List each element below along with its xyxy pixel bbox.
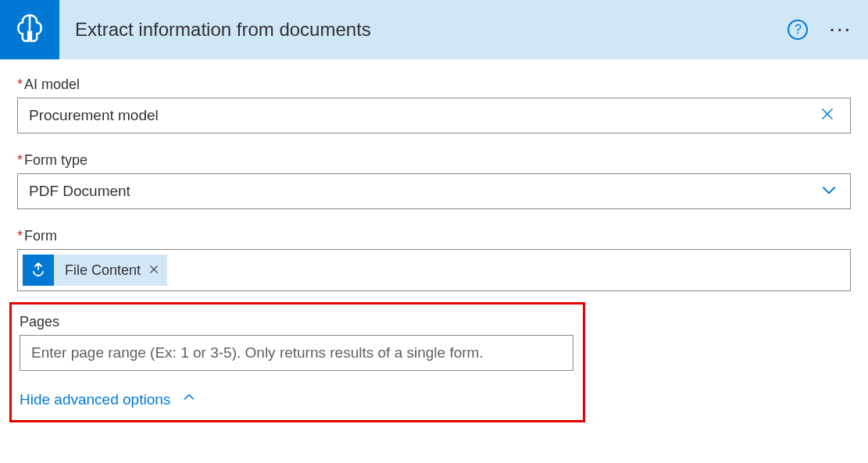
clear-icon[interactable]: [819, 105, 836, 126]
chevron-up-icon: [181, 390, 197, 409]
card-title: Extract information from documents: [75, 19, 788, 41]
file-content-connector-icon: [23, 255, 54, 286]
form-input[interactable]: File Content: [17, 249, 851, 291]
svg-point-2: [38, 275, 39, 276]
help-icon[interactable]: ?: [788, 20, 808, 40]
remove-token-icon[interactable]: [148, 262, 159, 279]
ai-builder-brain-icon: [13, 11, 47, 48]
ai-model-input[interactable]: Procurement model: [17, 98, 851, 134]
ai-model-value: Procurement model: [29, 107, 819, 124]
pages-label: Pages: [20, 314, 573, 330]
dynamic-content-token[interactable]: File Content: [23, 255, 167, 286]
chevron-down-icon: [819, 180, 839, 204]
more-options-icon[interactable]: ···: [830, 21, 852, 39]
form-type-label: *Form type: [17, 152, 851, 169]
hide-advanced-options-link[interactable]: Hide advanced options: [20, 390, 197, 409]
highlight-annotation-box: Pages Hide advanced options: [9, 302, 585, 422]
token-label: File Content: [65, 262, 141, 279]
connector-icon-box: [0, 0, 59, 59]
form-type-value: PDF Document: [29, 183, 819, 200]
form-type-dropdown[interactable]: PDF Document: [17, 173, 851, 209]
form-label: *Form: [17, 228, 851, 244]
ai-model-label: *AI model: [17, 77, 851, 93]
card-header: Extract information from documents ? ···: [0, 0, 868, 59]
pages-input[interactable]: [20, 335, 573, 371]
card-body: *AI model Procurement model *Form type P…: [0, 59, 868, 422]
